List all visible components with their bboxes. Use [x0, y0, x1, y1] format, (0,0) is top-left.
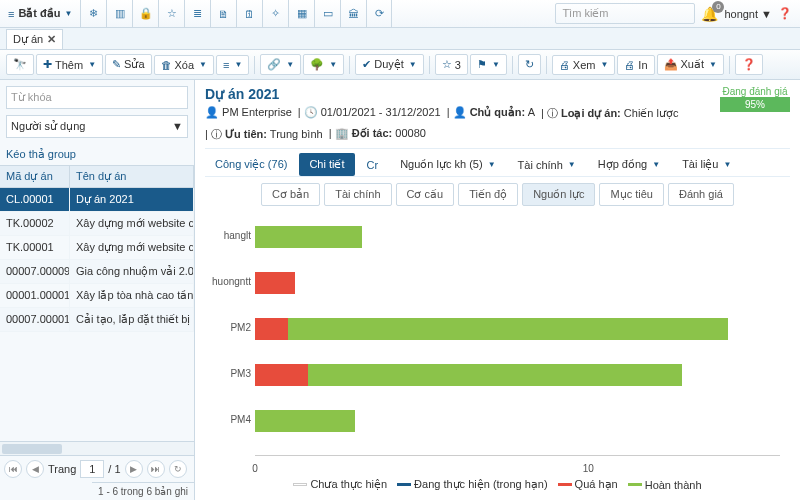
star-icon[interactable]: ☆ [158, 0, 184, 27]
tab-chitiet[interactable]: Chi tiết [299, 153, 354, 176]
toolbar: 🔭 ✚ Thêm▼ ✎ Sửa 🗑 Xóa▼ ≡▼ 🔗▼ 🌳▼ ✔ Duyệt▼… [0, 50, 800, 80]
more-button[interactable]: ≡▼ [216, 55, 249, 75]
doc-icon[interactable]: 🗎 [210, 0, 236, 27]
refresh-page-button[interactable]: ↻ [169, 460, 187, 478]
pill-danhgia[interactable]: Đánh giá [668, 183, 734, 206]
document-tabs: Dự án ✕ [0, 28, 800, 50]
table-row[interactable]: 00007.00001Cải tạo, lắp đặt thiết bị điệ… [0, 308, 194, 332]
tab-tailieu[interactable]: Tài liệu▼ [672, 153, 741, 176]
detail-pills: Cơ bản Tài chính Cơ cấu Tiến độ Nguồn lự… [205, 183, 790, 206]
user-menu[interactable]: hongnt ▼ [724, 8, 772, 20]
export-button[interactable]: 📤 Xuất▼ [657, 54, 724, 75]
next-page-button[interactable]: ▶ [125, 460, 143, 478]
table-row[interactable]: TK.00002Xây dựng mới website cho TCT [0, 212, 194, 236]
user-select[interactable]: Người sử dụng▼ [6, 115, 188, 138]
grid-icon[interactable]: ▦ [288, 0, 314, 27]
grid-body: CL.00001Dự án 2021TK.00002Xây dựng mới w… [0, 188, 194, 441]
pill-taichinh[interactable]: Tài chính [324, 183, 391, 206]
pager: ⏮ ◀ Trang / 1 ▶ ⏭ ↻ [0, 455, 194, 482]
pill-cocau[interactable]: Cơ cấu [396, 183, 455, 206]
col-code[interactable]: Mã dự án [0, 166, 70, 187]
table-row[interactable]: CL.00001Dự án 2021 [0, 188, 194, 212]
detail-subtabs: Công việc (76) Chi tiết Cr Nguồn lực kh … [205, 153, 790, 177]
help-icon[interactable]: ❓ [778, 7, 792, 20]
chart-legend: Chưa thực hiện Đang thực hiện (trong hạn… [205, 478, 790, 491]
pill-coban[interactable]: Cơ bản [261, 183, 320, 206]
last-page-button[interactable]: ⏭ [147, 460, 165, 478]
edit-button[interactable]: ✎ Sửa [105, 54, 151, 75]
left-panel: Từ khóa Người sử dụng▼ Kéo thả group Mã … [0, 80, 195, 500]
table-row[interactable]: 00007.00009Gia công nhuộm vải 2.000m C20… [0, 260, 194, 284]
notif-badge: 0 [712, 1, 724, 13]
start-menu[interactable]: ≡ Bắt đầu ▼ [0, 0, 80, 27]
dashboard-icon[interactable]: ❄ [80, 0, 106, 27]
detail-panel: Đang đánh giá 95% Dự án 2021 👤 PM Enterp… [195, 80, 800, 500]
gear-icon[interactable]: ✧ [262, 0, 288, 27]
bank-icon[interactable]: 🏛 [340, 0, 366, 27]
print-button[interactable]: 🖨 In [617, 55, 654, 75]
tab-taichinh[interactable]: Tài chính▼ [508, 153, 586, 176]
project-title: Dự án 2021 [205, 86, 790, 102]
group-drop-area[interactable]: Kéo thả group [0, 144, 194, 166]
pill-tiendo[interactable]: Tiến độ [458, 183, 518, 206]
page-input[interactable] [80, 460, 104, 478]
tab-congviec[interactable]: Công việc (76) [205, 153, 297, 176]
card-icon[interactable]: ▭ [314, 0, 340, 27]
keyword-input[interactable]: Từ khóa [6, 86, 188, 109]
view-button[interactable]: 🖨 Xem▼ [552, 55, 616, 75]
star-button[interactable]: ☆ 3 [435, 54, 468, 75]
pager-info: 1 - 6 trong 6 bản ghi [92, 482, 194, 500]
top-nav: ≡ Bắt đầu ▼ ❄ ▥ 🔒 ☆ ≣ 🗎 🗓 ✧ ▦ ▭ 🏛 ⟳ Tìm … [0, 0, 800, 28]
chevron-down-icon: ▼ [65, 9, 73, 18]
tree-button[interactable]: 🌳▼ [303, 54, 344, 75]
close-icon[interactable]: ✕ [47, 33, 56, 46]
h-scrollbar[interactable] [0, 441, 194, 455]
tab-project[interactable]: Dự án ✕ [6, 29, 63, 49]
grid-header: Mã dự án Tên dự án [0, 166, 194, 188]
calendar-icon[interactable]: 🗓 [236, 0, 262, 27]
first-page-button[interactable]: ⏮ [4, 460, 22, 478]
refresh-icon[interactable]: ⟳ [366, 0, 392, 27]
pill-nguonluc[interactable]: Nguồn lực [522, 183, 595, 206]
tab-nguonluc[interactable]: Nguồn lực kh (5)▼ [390, 153, 505, 176]
flag-button[interactable]: ⚑▼ [470, 54, 507, 75]
help-button[interactable]: ❓ [735, 54, 763, 75]
delete-button[interactable]: 🗑 Xóa▼ [154, 55, 215, 75]
project-meta: 👤 PM Enterprise | 🕓 01/01/2021 - 31/12/2… [205, 106, 790, 149]
pill-muctieu[interactable]: Mục tiêu [599, 183, 663, 206]
chart-icon[interactable]: ▥ [106, 0, 132, 27]
prev-page-button[interactable]: ◀ [26, 460, 44, 478]
table-row[interactable]: TK.00001Xây dựng mới website cho TCT [0, 236, 194, 260]
progress-badge: Đang đánh giá 95% [720, 86, 790, 112]
resource-chart: hanglthuongnttPM2PM3PM4010 [255, 214, 780, 474]
approve-button[interactable]: ✔ Duyệt▼ [355, 54, 424, 75]
notifications-button[interactable]: 🔔0 [701, 6, 718, 22]
tab-cr[interactable]: Cr [357, 153, 389, 176]
lock-icon[interactable]: 🔒 [132, 0, 158, 27]
col-name[interactable]: Tên dự án [70, 166, 194, 187]
add-button[interactable]: ✚ Thêm▼ [36, 54, 103, 75]
list-icon[interactable]: ≣ [184, 0, 210, 27]
reload-button[interactable]: ↻ [518, 54, 541, 75]
tab-hopdong[interactable]: Hợp đồng▼ [588, 153, 670, 176]
link-button[interactable]: 🔗▼ [260, 54, 301, 75]
search-input[interactable]: Tìm kiếm [555, 3, 695, 24]
binoculars-button[interactable]: 🔭 [6, 54, 34, 75]
nav-icon-bar: ❄ ▥ 🔒 ☆ ≣ 🗎 🗓 ✧ ▦ ▭ 🏛 ⟳ [80, 0, 392, 27]
table-row[interactable]: 00001.00001Xây lắp tòa nhà cao tầng quận… [0, 284, 194, 308]
